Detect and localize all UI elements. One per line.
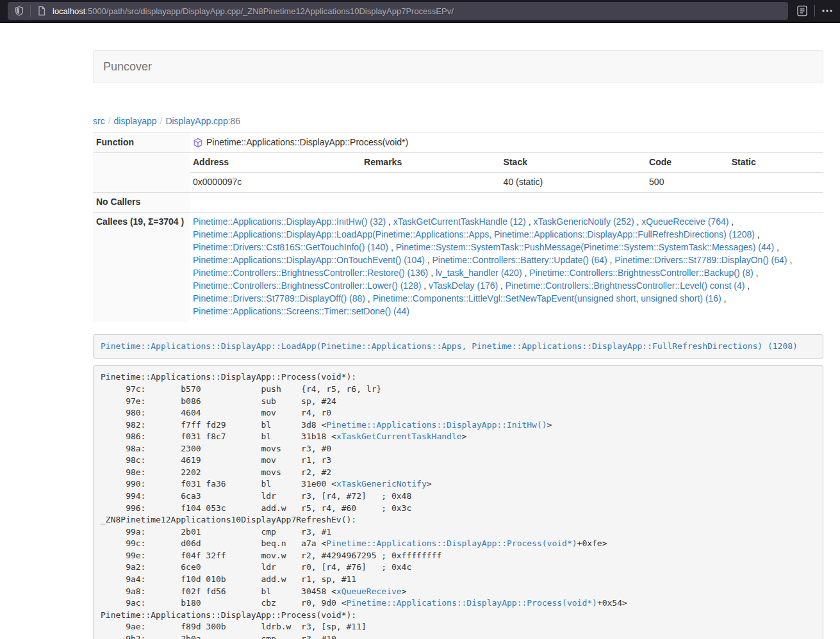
function-table: Function Pinetime::Applications::Display… xyxy=(93,133,823,321)
brand-link[interactable]: Puncover xyxy=(94,60,161,73)
callee-link[interactable]: xQueueReceive (764) xyxy=(641,216,729,227)
callee-separator: , xyxy=(745,280,750,291)
breadcrumb: src/displayapp/DisplayApp.cpp:86 xyxy=(93,116,823,126)
col-header-remarks: Remarks xyxy=(361,153,500,172)
breadcrumb-link-src[interactable]: src xyxy=(93,116,105,126)
callee-link[interactable]: Pinetime::Controllers::BrightnessControl… xyxy=(529,268,753,278)
callee-link[interactable]: Pinetime::Controllers::BrightnessControl… xyxy=(506,280,745,291)
url-bar[interactable]: localhost:5000/path/src/displayapp/Displ… xyxy=(8,2,788,20)
details-row: Address Remarks Stack Code Static 0x0000… xyxy=(93,152,823,192)
callee-separator: , xyxy=(729,216,734,227)
highlighted-symbol-link[interactable]: Pinetime::Applications::DisplayApp::Load… xyxy=(101,341,798,351)
callee-separator: , xyxy=(428,268,436,278)
col-header-code: Code xyxy=(646,153,729,172)
disassembly-symbol-link[interactable]: xTaskGenericNotify xyxy=(336,479,427,489)
url-path: :5000/path/src/displayapp/DisplayApp.cpp… xyxy=(85,6,454,16)
col-header-stack: Stack xyxy=(500,153,646,172)
callee-link[interactable]: Pinetime::System::SystemTask::PushMessag… xyxy=(396,242,775,252)
app-navbar: Puncover xyxy=(93,50,823,83)
callee-separator: , xyxy=(634,216,642,227)
page-info-icon[interactable] xyxy=(37,6,47,16)
callee-link[interactable]: Pinetime::Controllers::BrightnessControl… xyxy=(193,268,428,278)
function-cube-icon xyxy=(193,138,203,148)
callee-link[interactable]: Pinetime::Applications::Screens::Timer::… xyxy=(193,306,409,316)
callee-link[interactable]: Pinetime::Drivers::Cst816S::GetTouchInfo… xyxy=(193,242,388,252)
callee-separator: , xyxy=(754,268,759,278)
callee-link[interactable]: Pinetime::Applications::DisplayApp::OnTo… xyxy=(193,255,425,265)
url-text: localhost:5000/path/src/displayapp/Displ… xyxy=(53,6,454,16)
page-content: Puncover src/displayapp/DisplayApp.cpp:8… xyxy=(93,50,823,639)
callee-separator: , xyxy=(388,242,396,252)
function-name: Pinetime::Applications::DisplayApp::Proc… xyxy=(206,136,408,149)
reader-view-icon[interactable] xyxy=(796,5,809,17)
details-values-row: 0x0000097c 40 (static) 500 xyxy=(190,172,823,191)
details-row-label xyxy=(93,152,190,192)
col-header-address: Address xyxy=(190,153,361,172)
url-host: localhost xyxy=(53,6,85,16)
static-value xyxy=(729,172,823,191)
callee-link[interactable]: Pinetime::Controllers::Battery::Update()… xyxy=(432,255,607,265)
callee-separator: , xyxy=(755,229,760,239)
callee-separator: , xyxy=(721,293,727,303)
callee-separator: , xyxy=(365,293,373,303)
toolbar-actions xyxy=(796,5,834,17)
callee-separator: , xyxy=(607,255,615,265)
callee-separator: , xyxy=(526,216,534,227)
callers-cell xyxy=(190,192,823,212)
callee-separator: , xyxy=(522,268,530,278)
callees-list: Pinetime::Applications::DisplayApp::Init… xyxy=(190,212,823,321)
callee-link[interactable]: vTaskDelay (176) xyxy=(429,280,498,291)
overflow-menu-icon[interactable] xyxy=(821,6,834,16)
callee-separator: , xyxy=(386,216,393,227)
remarks-value xyxy=(361,172,500,191)
disassembly-symbol-link[interactable]: Pinetime::Applications::DisplayApp::Init… xyxy=(326,420,547,430)
breadcrumb-link-displayapp[interactable]: displayapp xyxy=(114,116,157,126)
breadcrumb-link-file[interactable]: DisplayApp.cpp xyxy=(165,116,227,126)
details-table: Address Remarks Stack Code Static 0x0000… xyxy=(190,153,823,192)
col-header-static: Static xyxy=(729,153,823,172)
browser-toolbar: localhost:5000/path/src/displayapp/Displ… xyxy=(0,0,840,23)
callee-link[interactable]: Pinetime::Drivers::St7789::DisplayOff() … xyxy=(193,293,365,303)
code-value: 500 xyxy=(646,172,729,191)
callee-separator: , xyxy=(425,255,432,265)
callee-link[interactable]: Pinetime::Components::LittleVgl::SetNewT… xyxy=(373,293,721,303)
disassembly-block: Pinetime::Applications::DisplayApp::Proc… xyxy=(93,365,823,639)
callee-separator: , xyxy=(787,255,793,265)
disassembly-symbol-link[interactable]: Pinetime::Applications::DisplayApp::Proc… xyxy=(326,538,577,548)
callers-row: No Callers xyxy=(93,192,823,212)
address-value: 0x0000097c xyxy=(190,172,361,191)
shield-icon[interactable] xyxy=(14,6,24,16)
disassembly-symbol-link[interactable]: xTaskGetCurrentTaskHandle xyxy=(336,432,462,441)
url-bar-divider xyxy=(30,5,31,17)
callee-link[interactable]: Pinetime::Applications::DisplayApp::Load… xyxy=(193,229,755,239)
callees-row-label: Callees (19, Σ=3704 ) xyxy=(93,212,190,321)
callee-separator: , xyxy=(774,242,779,252)
breadcrumb-line-number: :86 xyxy=(228,116,240,126)
disassembly-symbol-link[interactable]: xQueueReceive xyxy=(336,586,402,596)
callee-link[interactable]: Pinetime::Applications::DisplayApp::Init… xyxy=(193,216,386,227)
callee-link[interactable]: Pinetime::Controllers::BrightnessControl… xyxy=(193,280,421,291)
callee-separator: , xyxy=(421,280,429,291)
callee-separator: , xyxy=(498,280,506,291)
callees-row: Callees (19, Σ=3704 ) Pinetime::Applicat… xyxy=(93,212,823,321)
toolbar-divider xyxy=(814,5,815,17)
callee-link[interactable]: xTaskGenericNotify (252) xyxy=(533,216,634,227)
function-row-label: Function xyxy=(93,133,190,153)
breadcrumb-separator: / xyxy=(105,116,114,126)
stack-value: 40 (static) xyxy=(500,172,646,191)
highlighted-symbol-box: Pinetime::Applications::DisplayApp::Load… xyxy=(93,334,823,359)
callee-link[interactable]: Pinetime::Drivers::St7789::DisplayOn() (… xyxy=(614,255,787,265)
callers-row-label: No Callers xyxy=(93,192,190,212)
callee-link[interactable]: xTaskGetCurrentTaskHandle (12) xyxy=(393,216,526,227)
callee-link[interactable]: lv_task_handler (420) xyxy=(436,268,522,278)
disassembly-symbol-link[interactable]: Pinetime::Applications::DisplayApp::Proc… xyxy=(347,598,597,608)
function-row: Function Pinetime::Applications::Display… xyxy=(93,133,823,153)
breadcrumb-separator: / xyxy=(157,116,166,126)
